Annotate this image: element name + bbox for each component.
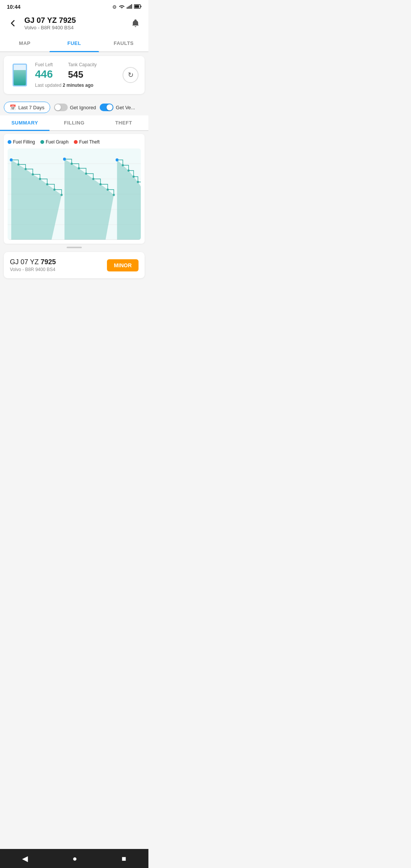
status-icons: ⚙: [112, 4, 142, 10]
svg-marker-13: [11, 160, 61, 240]
svg-rect-6: [135, 5, 139, 8]
date-chip-label: Last 7 Days: [18, 105, 45, 110]
ignored-toggle[interactable]: [54, 104, 68, 111]
svg-point-25: [71, 163, 73, 165]
svg-rect-7: [141, 6, 142, 7]
status-time: 10:44: [7, 4, 21, 10]
svg-point-19: [32, 173, 34, 176]
legend-graph-label: Fuel Graph: [46, 139, 68, 145]
tank-capacity-label: Tank Capacity: [68, 62, 97, 67]
sub-tab-filling[interactable]: FILLING: [49, 115, 99, 130]
get-vehicle-toggle-chip: Get Ve...: [100, 104, 135, 111]
svg-point-35: [132, 176, 135, 178]
get-ignored-toggle-chip: Get Ignored: [54, 104, 96, 111]
header: GJ 07 YZ 7925 Volvo - B8R 9400 BS4: [0, 12, 148, 35]
drag-handle: [67, 247, 82, 248]
bottom-card-title: GJ 07 YZ 7925: [10, 258, 56, 266]
fuel-gauge-wrap: [10, 64, 30, 86]
filter-row: 📅 Last 7 Days Get Ignored Get Ve...: [0, 98, 148, 115]
legend-theft-label: Fuel Theft: [79, 139, 100, 145]
svg-rect-2: [129, 6, 130, 9]
svg-point-27: [85, 172, 87, 175]
svg-point-26: [78, 167, 80, 169]
vehicle-toggle[interactable]: [100, 104, 113, 111]
svg-point-17: [18, 163, 20, 166]
sub-tabs: SUMMARY FILLING THEFT: [0, 115, 148, 131]
svg-point-20: [39, 178, 41, 180]
fuel-left-value: 446: [35, 68, 53, 80]
fuel-info: Fuel Left Tank Capacity 446 545 Last upd…: [35, 62, 117, 88]
wifi-icon: [119, 4, 125, 10]
header-title-block: GJ 07 YZ 7925 Volvo - B8R 9400 BS4: [24, 16, 124, 30]
bottom-card-subtitle: Volvo - B8R 9400 BS4: [10, 267, 56, 272]
vehicle-number: 7925: [41, 258, 56, 266]
legend-filling-dot: [8, 140, 11, 144]
chart-section: Fuel Filling Fuel Graph Fuel Theft: [4, 134, 145, 244]
svg-point-33: [122, 164, 124, 166]
main-tabs: MAP FUEL FAULTS: [0, 35, 148, 52]
svg-marker-14: [64, 159, 114, 240]
svg-point-24: [63, 158, 66, 161]
fuel-updated: Last updated 2 minutes ago: [35, 83, 117, 88]
fuel-gauge: [13, 64, 27, 86]
chart-legend: Fuel Filling Fuel Graph Fuel Theft: [8, 139, 141, 145]
date-filter-chip[interactable]: 📅 Last 7 Days: [4, 102, 50, 113]
svg-point-18: [24, 168, 27, 170]
vehicle-toggle-knob: [107, 104, 113, 110]
tab-map[interactable]: MAP: [0, 35, 49, 51]
tab-faults[interactable]: FAULTS: [99, 35, 148, 51]
sub-tab-theft[interactable]: THEFT: [99, 115, 148, 130]
svg-point-36: [137, 181, 139, 183]
svg-point-32: [116, 158, 119, 161]
legend-filling: Fuel Filling: [8, 139, 35, 145]
fuel-left-label: Fuel Left: [35, 62, 53, 67]
bell-button[interactable]: [129, 16, 142, 30]
svg-rect-4: [131, 4, 132, 9]
svg-point-31: [113, 194, 115, 196]
bottom-card: GJ 07 YZ 7925 Volvo - B8R 9400 BS4 MINOR: [4, 252, 145, 278]
legend-graph: Fuel Graph: [40, 139, 68, 145]
get-ignored-label: Get Ignored: [70, 105, 96, 110]
fuel-chart-svg: [8, 148, 141, 240]
svg-marker-15: [117, 160, 141, 240]
legend-theft: Fuel Theft: [74, 139, 100, 145]
svg-point-22: [53, 188, 56, 191]
legend-filling-label: Fuel Filling: [13, 139, 35, 145]
tab-fuel[interactable]: FUEL: [49, 35, 99, 51]
calendar-icon: 📅: [10, 104, 16, 110]
settings-icon: ⚙: [112, 4, 117, 10]
refresh-button[interactable]: ↻: [123, 67, 139, 83]
fuel-gauge-fill: [14, 70, 26, 85]
legend-theft-dot: [74, 140, 78, 144]
svg-point-34: [127, 169, 130, 172]
svg-point-21: [46, 183, 48, 185]
svg-point-30: [107, 188, 109, 191]
bottom-card-info: GJ 07 YZ 7925 Volvo - B8R 9400 BS4: [10, 258, 56, 272]
svg-point-16: [10, 158, 13, 161]
svg-rect-1: [128, 6, 129, 9]
status-bar: 10:44 ⚙: [0, 0, 148, 12]
svg-point-28: [92, 178, 94, 180]
vehicle-subtitle: Volvo - B8R 9400 BS4: [24, 25, 124, 30]
svg-rect-0: [127, 7, 127, 9]
tank-capacity-value: 545: [68, 69, 83, 80]
minor-badge[interactable]: MINOR: [107, 259, 139, 271]
legend-graph-dot: [40, 140, 44, 144]
fuel-chart: [8, 148, 141, 240]
sub-tab-summary[interactable]: SUMMARY: [0, 115, 49, 130]
ignored-toggle-knob: [55, 104, 61, 110]
vehicle-title: GJ 07 YZ 7925: [24, 16, 124, 25]
signal-icon: [127, 4, 132, 10]
svg-point-23: [61, 194, 63, 196]
refresh-icon: ↻: [128, 71, 134, 79]
get-vehicle-label: Get Ve...: [116, 105, 135, 110]
svg-rect-3: [130, 5, 131, 9]
svg-point-29: [99, 183, 102, 185]
fuel-card: Fuel Left Tank Capacity 446 545 Last upd…: [4, 56, 145, 94]
vehicle-prefix: GJ 07 YZ: [10, 258, 39, 266]
back-button[interactable]: [6, 16, 20, 30]
battery-icon: [134, 4, 142, 10]
